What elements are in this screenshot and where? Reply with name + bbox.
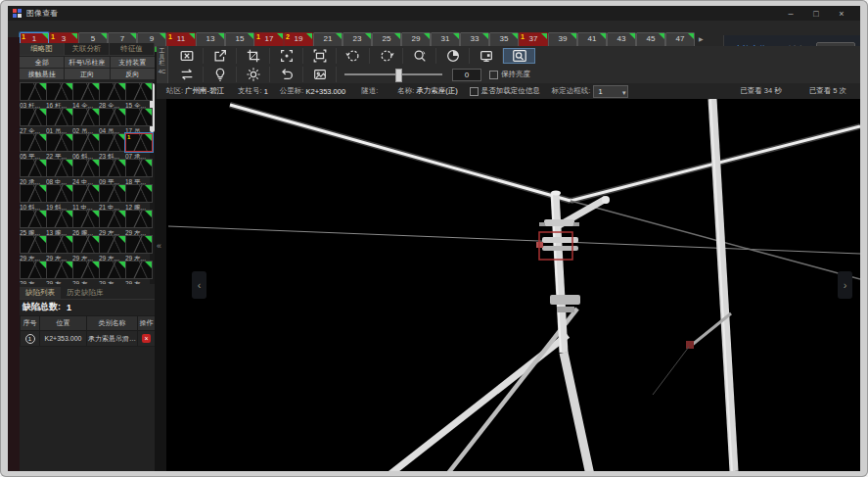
keep-brightness-checkbox[interactable] <box>489 71 498 79</box>
thumbnail-item[interactable]: 04 吊... <box>99 108 124 136</box>
thumbnail-image[interactable] <box>72 261 100 279</box>
filter-support-button[interactable]: 支持装置 <box>111 57 155 68</box>
pole-tab-39[interactable]: 39 <box>548 32 577 47</box>
thumbnail-item[interactable]: 27 全... <box>20 108 45 136</box>
thumbnail-image[interactable] <box>125 82 153 101</box>
collapse-sidebar-icon[interactable]: « <box>157 241 161 251</box>
zoom-search-icon[interactable] <box>503 48 535 64</box>
thumbnail-item[interactable]: 20 承... <box>20 159 45 187</box>
thumbnail-item[interactable]: 29 左... <box>20 235 45 263</box>
thumbnail-item[interactable]: 23 斜... <box>99 133 124 162</box>
thumbnail-image[interactable] <box>20 184 47 203</box>
thumbnail-image[interactable] <box>72 235 100 254</box>
thumbnail-image[interactable]: 1 <box>125 133 153 152</box>
load-position-checkbox[interactable] <box>470 87 479 96</box>
thumbnail-image[interactable] <box>99 184 126 203</box>
thumbnail-image[interactable] <box>46 133 73 152</box>
thumbnail-image[interactable] <box>72 82 100 101</box>
border-line-dropdown[interactable]: 1 ▾ <box>593 85 628 98</box>
pole-tab-23[interactable]: 23 <box>343 32 372 47</box>
swap-compare-icon[interactable] <box>170 67 204 82</box>
thumbnail-image[interactable] <box>46 108 73 126</box>
thumbnail-image[interactable] <box>46 82 73 101</box>
thumbnail-item[interactable]: 29 左... <box>99 210 124 238</box>
thumbnail-image[interactable] <box>46 210 73 228</box>
pole-tab-41[interactable]: 41 <box>577 32 607 47</box>
main-image-area[interactable]: ‹ › <box>166 99 860 471</box>
rotate-ccw-icon[interactable] <box>337 48 370 64</box>
thumbnail-item[interactable]: 02 吊... <box>72 108 98 136</box>
thumbnail-item[interactable]: 22 平... <box>46 133 71 162</box>
tab-defect-history[interactable]: 历史缺陷库 <box>61 287 110 299</box>
maximize-button[interactable]: □ <box>803 6 829 21</box>
fit-actual-icon[interactable] <box>270 48 303 64</box>
thumbnail-image[interactable] <box>46 235 73 254</box>
thumbnail-image[interactable] <box>125 235 153 254</box>
pole-tab-33[interactable]: 33 <box>460 32 489 47</box>
thumbnail-item[interactable]: 28 全... <box>99 82 124 111</box>
pole-tab-35[interactable]: 35 <box>489 32 519 47</box>
prev-image-button[interactable]: ‹ <box>192 271 206 299</box>
thumbnail-item[interactable]: 15 全... <box>125 82 151 111</box>
lamp-icon[interactable] <box>204 67 237 82</box>
brightness-slider[interactable] <box>344 73 442 75</box>
thumbnail-item[interactable]: 21 中... <box>99 184 124 213</box>
thumbnail-image[interactable] <box>72 108 100 126</box>
thumbnail-item[interactable]: 03 杆... <box>20 82 45 111</box>
thumbnail-image[interactable] <box>20 235 47 254</box>
brightness-icon[interactable] <box>237 67 270 82</box>
rotate-cw-icon[interactable] <box>370 48 403 64</box>
filter-forward-button[interactable]: 正向 <box>65 69 109 79</box>
pole-tab-19[interactable]: 219 <box>284 32 313 47</box>
thumbnail-item[interactable]: 29 左... <box>99 235 124 263</box>
thumbnail-item[interactable]: 18 平... <box>125 159 151 187</box>
thumbnail-item[interactable]: 12 腕... <box>125 184 151 213</box>
thumbnail-image[interactable] <box>72 133 100 152</box>
pole-tab-29[interactable]: 29 <box>401 32 431 47</box>
pole-tab-43[interactable]: 43 <box>607 32 636 47</box>
thumbnail-image[interactable] <box>72 159 100 177</box>
thumbnail-image[interactable] <box>72 210 100 228</box>
thumbnail-item[interactable]: 10 斜... <box>20 184 45 213</box>
thumbnail-image[interactable] <box>125 261 153 279</box>
tab-relation-analysis[interactable]: 关联分析 <box>65 43 110 55</box>
brightness-value-input[interactable] <box>452 69 481 81</box>
pole-tab-21[interactable]: 21 <box>313 32 343 47</box>
slider-handle[interactable] <box>395 69 402 82</box>
thumbnail-item[interactable]: 25 腕... <box>20 210 45 238</box>
thumbnail-item[interactable]: 08 中... <box>46 159 71 187</box>
thumbnail-item[interactable]: 29 左... <box>46 261 71 284</box>
thumbnail-item[interactable]: 16 杆... <box>46 82 71 111</box>
zoom-original-icon[interactable] <box>403 48 436 64</box>
deselect-icon[interactable] <box>170 48 204 64</box>
thumbnail-image[interactable] <box>99 82 126 101</box>
defect-table-row[interactable]: 1 K2+353.000 承力索悬吊滑轮断裂 × <box>21 331 156 347</box>
thumbnail-image[interactable] <box>72 184 100 203</box>
thumbnail-image[interactable] <box>46 261 73 279</box>
thumbnail-image[interactable] <box>125 159 153 177</box>
export-image-icon[interactable] <box>204 48 237 64</box>
thumbnail-image[interactable] <box>46 159 73 177</box>
thumbnail-item[interactable]: 09 平... <box>99 159 124 187</box>
next-image-button[interactable]: › <box>838 271 852 299</box>
pole-tab-15[interactable]: 15 <box>225 32 254 47</box>
pole-tab-45[interactable]: 45 <box>636 32 665 47</box>
thumbnail-item[interactable]: 24 中... <box>72 159 98 187</box>
pole-tab-11[interactable]: 111 <box>166 32 196 47</box>
thumbnail-item[interactable]: 01 吊... <box>46 108 71 136</box>
thumbnail-image[interactable] <box>20 261 47 279</box>
filter-suspension-button[interactable]: 接触悬挂 <box>20 69 64 79</box>
crop-icon[interactable] <box>237 48 270 64</box>
thumbnail-image[interactable] <box>125 184 153 203</box>
thumbnail-item[interactable]: 14 全... <box>72 82 98 111</box>
thumbnail-image[interactable] <box>20 210 47 228</box>
thumbnail-item[interactable]: 19 斜... <box>46 184 71 213</box>
pole-tab-13[interactable]: 13 <box>196 32 225 47</box>
picture-icon[interactable] <box>303 67 337 82</box>
thumbnail-item[interactable]: 29 左... <box>125 261 151 284</box>
thumbnail-image[interactable] <box>99 235 126 254</box>
thumbnail-item[interactable]: 06 斜... <box>72 133 98 162</box>
pole-tab-37[interactable]: 137 <box>519 32 548 47</box>
tab-feature-value[interactable]: 特征值 <box>110 43 155 55</box>
thumbnail-image[interactable] <box>20 82 47 101</box>
